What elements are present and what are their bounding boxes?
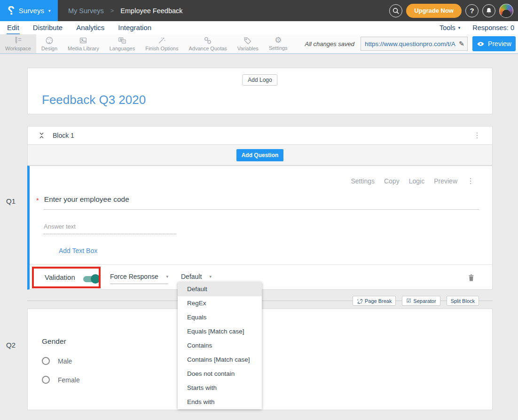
caret-down-icon: ▾ [458,25,461,30]
question-logic-link[interactable]: Logic [409,177,424,185]
product-name: Surveys [19,7,44,15]
question-number-q1: Q1 [6,197,16,205]
tools-label: Tools [440,24,455,32]
toggle-knob [91,274,100,284]
toolbar-item-languages[interactable]: A Languages [104,34,140,53]
product-switcher[interactable]: ? Surveys ▾ [0,0,58,21]
delete-question-button[interactable] [467,273,475,282]
add-logo-button[interactable]: Add Logo [242,74,277,86]
top-header: ? Surveys ▾ My Surveys > Employee Feedba… [0,0,518,21]
menu-option-ends-with[interactable]: Ends with [178,395,262,409]
upgrade-now-button[interactable]: Upgrade Now [406,4,462,18]
split-block-label: Split Block [451,298,475,304]
menu-option-regex[interactable]: RegEx [178,296,262,310]
svg-text:A: A [123,40,125,43]
caret-down-icon: ▾ [166,274,168,279]
question-text[interactable]: Gender [42,337,66,346]
breadcrumb-current: Employee Feedback [120,7,182,15]
trash-icon [467,273,475,282]
survey-url-input[interactable] [365,40,457,48]
page-break-label: Page Break [365,298,392,304]
divider-actions: Page Break ☑ Separator Split Block [353,296,479,306]
menu-option-does-not-contain[interactable]: Does not contain [178,367,262,381]
block-kebab-menu-icon[interactable]: ⋮ [473,132,481,139]
question-copy-link[interactable]: Copy [384,177,400,185]
caret-down-icon: ▾ [48,8,51,13]
user-avatar[interactable] [499,4,513,18]
validation-label: Validation [45,273,75,281]
tag-icon [243,36,252,45]
toolbar-item-media-library[interactable]: Media Library [63,34,104,53]
question-kebab-menu-icon[interactable]: ⋮ [467,177,474,185]
answer-option-male[interactable]: Male [42,357,72,365]
question-text-underline [44,209,479,210]
section-tabs-bar: Edit Distribute Analytics Integration To… [0,21,518,34]
menu-option-contains[interactable]: Contains [178,339,262,353]
breadcrumb-separator-icon: > [110,7,114,14]
answer-option-female[interactable]: Female [42,376,80,384]
survey-header-card: Add Logo Feedback Q3 2020 [27,68,493,114]
tab-edit[interactable]: Edit [7,21,20,34]
tools-dropdown[interactable]: Tools ▾ [440,24,460,32]
radio-button-icon[interactable] [42,357,50,365]
add-question-button[interactable]: Add Question [236,149,284,161]
validation-toggle[interactable] [83,276,99,282]
question-text-row: * Enter your employee code [36,195,129,204]
gear-icon: ⚙ [275,36,282,45]
question-mark-icon: ? [470,7,474,15]
editor-toolbar: Workspace Design Media Library A Languag… [0,34,518,54]
block-header: Block 1 ⋮ [27,126,493,145]
option-label[interactable]: Male [58,357,72,365]
survey-title[interactable]: Feedback Q3 2020 [42,93,146,107]
question-settings-link[interactable]: Settings [351,177,375,185]
question-actions: Settings Copy Logic Preview ⋮ [351,177,474,185]
checkbox-checked-icon: ☑ [406,298,411,304]
collapse-vertical-icon [38,132,45,139]
search-button[interactable] [389,4,402,17]
menu-option-equals-match-case[interactable]: Equals [Match case] [178,325,262,339]
block-title[interactable]: Block 1 [53,132,74,139]
toolbar-item-design[interactable]: Design [36,34,63,53]
page-break-button[interactable]: Page Break [353,296,396,306]
option-label[interactable]: Female [58,376,80,384]
collapse-block-button[interactable] [38,132,45,139]
separator-button[interactable]: ☑ Separator [402,296,440,306]
separator-label: Separator [413,298,436,304]
help-button[interactable]: ? [465,4,479,17]
tab-analytics[interactable]: Analytics [76,21,105,34]
menu-option-default[interactable]: Default [178,282,262,296]
edit-url-pencil-icon[interactable]: ✎ [459,40,464,48]
force-response-dropdown[interactable]: Force Response ▾ [110,273,168,284]
validation-type-value: Default [181,273,202,280]
block-section: Block 1 ⋮ Add Question [27,126,493,166]
tab-integration[interactable]: Integration [118,21,152,34]
notifications-button[interactable] [482,4,495,17]
toolbar-item-finish-options[interactable]: Finish Options [140,34,183,53]
breadcrumb-my-surveys[interactable]: My Surveys [68,7,104,15]
answer-text-input[interactable] [44,219,176,234]
add-question-strip: Add Question [27,145,493,166]
add-text-box-link[interactable]: Add Text Box [59,247,97,254]
toolbar-item-variables[interactable]: Variables [232,34,264,53]
tab-distribute[interactable]: Distribute [32,21,63,34]
preview-label: Preview [488,40,511,48]
image-icon [78,36,88,45]
magic-wand-icon [157,36,166,45]
menu-option-starts-with[interactable]: Starts with [178,381,262,395]
question-text[interactable]: Enter your employee code [44,195,129,204]
menu-option-equals[interactable]: Equals [178,310,262,325]
toolbar-item-settings[interactable]: ⚙ Settings [264,34,293,53]
toolbar-item-workspace[interactable]: Workspace [0,34,36,53]
responses-count[interactable]: Responses: 0 [472,24,514,32]
header-actions: Upgrade Now ? [389,4,518,18]
tabs-right-actions: Tools ▾ Responses: 0 [440,24,514,32]
menu-option-contains-match-case[interactable]: Contains [Match case] [178,353,262,367]
workspace-icon [13,36,23,45]
question-preview-link[interactable]: Preview [434,177,457,185]
toolbar-item-advance-quotas[interactable]: Advance Quotas [183,34,232,53]
validation-type-menu: Default RegEx Equals Equals [Match case]… [178,282,262,409]
breadcrumb: My Surveys > Employee Feedback [68,7,183,15]
preview-button[interactable]: Preview [472,36,516,51]
radio-button-icon[interactable] [42,376,50,384]
split-block-button[interactable]: Split Block [447,296,479,306]
